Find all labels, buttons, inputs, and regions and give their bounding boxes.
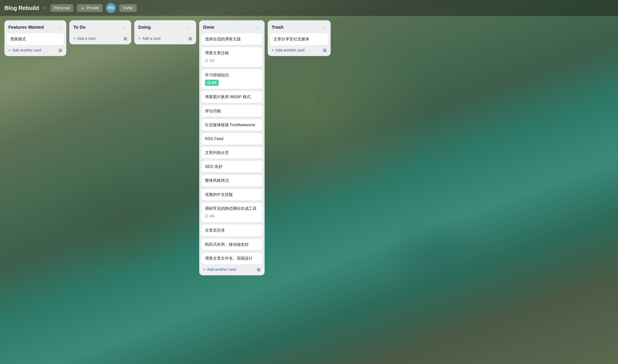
- column-to-do: To Do ··· + Add a card ⊞: [69, 20, 131, 44]
- card-badge-gray: ☑ 1/2: [205, 58, 214, 64]
- column-title-features-wanted: Features Wanted: [8, 25, 44, 30]
- board-title: Blog Rebuild: [4, 5, 39, 12]
- card-text: 文章页目录: [205, 228, 225, 233]
- privacy-chip[interactable]: 🔒 Private: [77, 4, 102, 12]
- card-done-2[interactable]: 博客文章迁移 ☑ 1/2: [201, 47, 262, 67]
- plus-icon: +: [203, 267, 206, 272]
- add-card-button-to-do[interactable]: + Add a card: [71, 35, 97, 42]
- template-button-features-wanted[interactable]: ⊞: [57, 47, 64, 54]
- column-doing: Doing ··· + Add a card ⊞: [134, 20, 196, 44]
- add-card-row-features-wanted: + Add another card ⊞: [4, 45, 66, 56]
- column-header-trash: Trash ···: [268, 20, 331, 33]
- plus-icon: +: [272, 48, 274, 52]
- card-text: 调研常见的静态网站生成工具: [205, 206, 257, 211]
- board-area: Features Wanted ··· 黑夜模式 + Add another c…: [0, 16, 618, 364]
- add-another-card-button-done[interactable]: + Add another card: [201, 266, 238, 273]
- card-done-7[interactable]: RSS Feed: [201, 133, 262, 145]
- column-title-doing: Doing: [138, 25, 151, 30]
- column-header-features-wanted: Features Wanted ···: [4, 20, 66, 33]
- column-trash: Trash ··· 文章分享至社交媒体 + Add another card ⊞: [268, 20, 331, 56]
- navbar: Blog Rebuild ☆ Personal 🔒 Private KN Inv…: [0, 0, 618, 16]
- column-title-trash: Trash: [272, 25, 283, 30]
- card-text: RSS Feed: [205, 137, 223, 141]
- template-button-doing[interactable]: ⊞: [187, 35, 194, 42]
- column-title-done: Done: [203, 25, 214, 30]
- card-done-15[interactable]: 博客文章文件名、层级设计: [201, 253, 262, 264]
- checkbox-icon: ☑: [205, 214, 208, 219]
- column-menu-button-done[interactable]: ···: [254, 24, 261, 30]
- column-header-done: Done ···: [199, 20, 265, 33]
- card-text: 评论功能: [205, 109, 221, 113]
- add-card-row-doing: + Add a card ⊞: [134, 33, 196, 44]
- card-badge-green: ☑ 4/4: [205, 80, 219, 86]
- badge-label: 4/4: [212, 80, 217, 85]
- template-button-trash[interactable]: ⊞: [321, 47, 329, 54]
- card-text: 博客文章文件名、层级设计: [205, 256, 253, 260]
- card-text: 黑夜模式: [10, 37, 26, 41]
- card-text: 选择合适的博客主题: [205, 37, 241, 41]
- card-fw-1[interactable]: 黑夜模式: [7, 33, 64, 45]
- avatar-initials: KN: [108, 6, 113, 10]
- card-done-13[interactable]: 文章页目录: [201, 225, 262, 236]
- column-menu-button-features-wanted[interactable]: ···: [56, 24, 62, 30]
- invite-button[interactable]: Invite: [119, 4, 137, 12]
- plus-icon: +: [8, 48, 11, 52]
- lock-icon: 🔒: [80, 6, 85, 10]
- checkbox-icon: ☑: [205, 58, 208, 63]
- column-done: Done ··· 选择合适的博客主题 博客文章迁移 ☑ 1/2 学习前端知识 ☑: [199, 20, 265, 275]
- checkbox-icon: ☑: [207, 80, 210, 85]
- add-card-row-done: + Add another card ⊞: [199, 264, 265, 275]
- card-done-1[interactable]: 选择合适的博客主题: [201, 33, 262, 45]
- add-another-card-label: Add another card: [276, 48, 304, 52]
- card-badge-gray-2: ☑ 2/4: [205, 213, 214, 219]
- card-done-11[interactable]: 优雅的中文排版: [201, 189, 262, 201]
- column-menu-button-doing[interactable]: ···: [186, 24, 192, 30]
- card-trash-1[interactable]: 文章分享至社交媒体: [270, 33, 329, 45]
- column-header-to-do: To Do ···: [69, 20, 131, 33]
- card-done-14[interactable]: 响应式布局，移动端友好: [201, 239, 262, 250]
- card-text: SEO 友好: [205, 164, 222, 169]
- privacy-label: Private: [87, 6, 99, 10]
- template-button-to-do[interactable]: ⊞: [122, 35, 129, 42]
- star-icon[interactable]: ☆: [43, 5, 47, 11]
- card-done-5[interactable]: 评论功能: [201, 105, 262, 117]
- card-done-12[interactable]: 调研常见的静态网站生成工具 ☑ 2/4: [201, 203, 262, 222]
- column-header-doing: Doing ···: [134, 20, 196, 33]
- column-title-to-do: To Do: [73, 25, 85, 30]
- card-text: 学习前端知识: [205, 73, 229, 77]
- add-another-card-button-trash[interactable]: + Add another card: [270, 47, 306, 54]
- card-done-9[interactable]: SEO 友好: [201, 161, 262, 172]
- card-text: 文章分享至社交媒体: [274, 37, 309, 41]
- cards-area-done: 选择合适的博客主题 博客文章迁移 ☑ 1/2 学习前端知识 ☑ 4/4 博: [199, 33, 265, 264]
- add-another-card-label: Add another card: [12, 48, 41, 52]
- card-text: 优雅的中文排版: [205, 192, 233, 197]
- add-another-card-label: Add another card: [207, 267, 236, 272]
- card-text: 社交媒体链接 FontAwesome: [205, 123, 255, 127]
- badge-label: 2/4: [209, 214, 214, 219]
- column-menu-button-trash[interactable]: ···: [320, 24, 327, 30]
- column-menu-button-to-do[interactable]: ···: [121, 24, 127, 30]
- add-card-row-to-do: + Add a card ⊞: [69, 33, 131, 44]
- card-done-6[interactable]: 社交媒体链接 FontAwesome: [201, 119, 262, 131]
- card-text: 博客文章迁移: [205, 51, 229, 55]
- card-done-10[interactable]: 整体风格简洁: [201, 175, 262, 186]
- card-done-3[interactable]: 学习前端知识 ☑ 4/4: [201, 69, 262, 89]
- workspace-chip[interactable]: Personal: [51, 4, 73, 12]
- plus-icon: +: [138, 36, 140, 41]
- card-done-4[interactable]: 博客图片换用 WEBP 格式: [201, 91, 262, 103]
- plus-icon: +: [73, 36, 76, 41]
- card-text: 博客图片换用 WEBP 格式: [205, 95, 251, 99]
- add-card-row-trash: + Add another card ⊞: [268, 45, 331, 56]
- card-text: 响应式布局，移动端友好: [205, 242, 249, 247]
- card-text: 整体风格简洁: [205, 178, 229, 183]
- cards-area-trash: 文章分享至社交媒体: [268, 33, 331, 45]
- add-card-button-doing[interactable]: + Add a card: [137, 35, 162, 42]
- add-card-label: Add a card: [142, 36, 160, 41]
- card-text: 文章列表分页: [205, 150, 229, 155]
- template-button-done[interactable]: ⊞: [255, 266, 262, 273]
- avatar[interactable]: KN: [106, 3, 116, 13]
- add-another-card-button-features-wanted[interactable]: + Add another card: [7, 47, 43, 54]
- workspace-label: Personal: [54, 6, 70, 10]
- card-done-8[interactable]: 文章列表分页: [201, 147, 262, 159]
- column-features-wanted: Features Wanted ··· 黑夜模式 + Add another c…: [4, 20, 66, 56]
